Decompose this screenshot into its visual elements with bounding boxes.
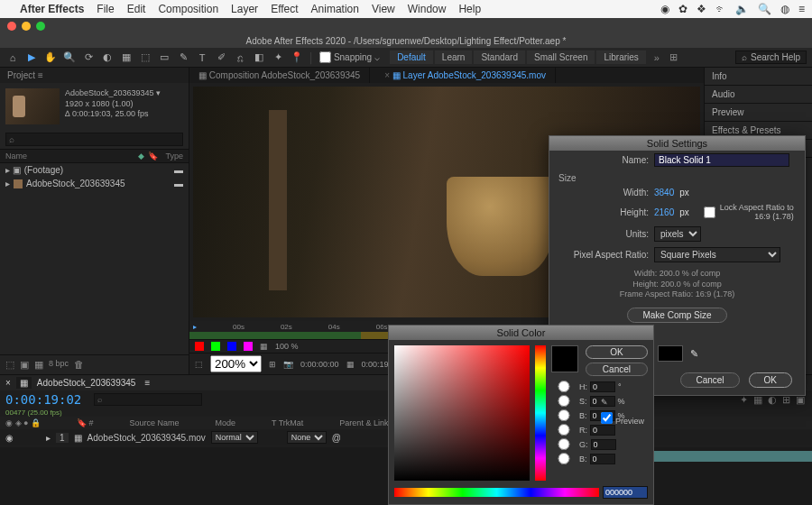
panel-info[interactable]: Info <box>705 68 812 86</box>
ok-button[interactable]: OK <box>749 372 792 388</box>
tag-icon[interactable]: 🔖 <box>148 152 158 161</box>
notification-icon[interactable]: ≡ <box>798 3 805 15</box>
zoom-tool-icon[interactable]: 🔍 <box>62 50 77 65</box>
visibility-icon[interactable]: ◉ <box>5 433 14 443</box>
current-timecode[interactable]: 0:00:19:02 <box>0 390 87 409</box>
trkmat-select[interactable]: None <box>287 431 327 444</box>
bpc-toggle[interactable]: 8 bpc <box>49 359 69 371</box>
menu-animation[interactable]: Animation <box>311 3 359 15</box>
orbit-tool-icon[interactable]: ⟳ <box>81 50 96 65</box>
siri-icon[interactable]: ◍ <box>780 3 789 15</box>
units-select[interactable]: pixels <box>654 226 701 242</box>
picker-ok-button[interactable]: OK <box>586 345 648 359</box>
width-value[interactable]: 3840 <box>654 188 674 197</box>
menu-help[interactable]: Help <box>458 3 481 15</box>
menu-edit[interactable]: Edit <box>127 3 146 15</box>
hex-input[interactable] <box>603 486 648 499</box>
rotate-tool-icon[interactable]: ◐ <box>100 50 115 65</box>
workspace-learn[interactable]: Learn <box>435 50 473 64</box>
sync-icon[interactable]: ✿ <box>678 3 687 15</box>
search-help[interactable]: ⌕ Search Help <box>735 50 807 64</box>
clone-tool-icon[interactable]: ⎌ <box>233 50 247 65</box>
bl-radio[interactable] <box>551 453 577 464</box>
puppet-tool-icon[interactable]: 📍 <box>290 50 304 65</box>
wifi-icon[interactable]: ᯤ <box>715 3 726 15</box>
panel-menu-icon[interactable]: ⊞ <box>669 51 678 63</box>
menu-window[interactable]: Window <box>408 3 447 15</box>
s-radio[interactable] <box>551 395 577 407</box>
lock-aspect-checkbox[interactable]: Lock Aspect Ratio to 16:9 (1.78) <box>704 203 794 221</box>
shape-tool-icon[interactable]: ▭ <box>157 50 171 65</box>
spectrum-bar[interactable] <box>394 488 599 497</box>
menu-file[interactable]: File <box>97 3 114 15</box>
b-radio[interactable] <box>551 409 577 421</box>
hue-slider[interactable] <box>535 345 546 481</box>
color-swatch[interactable] <box>658 345 683 362</box>
close-tab-icon[interactable]: × <box>5 378 11 388</box>
viewer-tab-comp[interactable]: ▦ Composition AdobeStock_203639345 <box>189 68 370 83</box>
cc-icon[interactable]: ◉ <box>660 3 669 15</box>
hand-tool-icon[interactable]: ✋ <box>43 50 58 65</box>
close-window-icon[interactable] <box>7 22 16 31</box>
res-icon[interactable]: ⊞ <box>269 360 276 369</box>
panel-audio[interactable]: Audio <box>705 86 812 104</box>
layer-name[interactable]: AdobeStock_203639345.mov <box>88 433 206 443</box>
red-swatch-icon[interactable] <box>195 342 204 351</box>
snapping-toggle[interactable]: Snapping ⌵ <box>319 51 380 63</box>
project-search-input[interactable] <box>5 133 183 146</box>
volume-icon[interactable]: 🔈 <box>735 3 749 15</box>
project-tab[interactable]: Project ≡ <box>0 68 189 83</box>
h-radio[interactable] <box>551 381 577 392</box>
zoom-select[interactable]: 200% <box>210 355 262 372</box>
workspace-small[interactable]: Small Screen <box>527 50 595 64</box>
magenta-swatch-icon[interactable] <box>244 342 253 351</box>
brush-tool-icon[interactable]: ✐ <box>214 50 228 65</box>
zoom-window-icon[interactable] <box>36 22 45 31</box>
alpha-icon[interactable]: ▦ <box>260 342 268 351</box>
g-radio[interactable] <box>551 438 577 450</box>
saturation-value-field[interactable] <box>394 345 530 481</box>
picker-eyedropper-icon[interactable]: ✎ <box>601 398 644 407</box>
eraser-tool-icon[interactable]: ◧ <box>252 50 266 65</box>
workspace-overflow-icon[interactable]: » <box>654 52 660 63</box>
app-name[interactable]: After Effects <box>20 3 84 15</box>
timeline-comp-name[interactable]: AdobeStock_203639345 <box>37 378 136 388</box>
timeline-search-input[interactable] <box>94 393 202 406</box>
picker-cancel-button[interactable]: Cancel <box>586 363 648 376</box>
par-select[interactable]: Square Pixels <box>654 247 780 262</box>
snapshot-icon[interactable]: 📷 <box>283 360 293 369</box>
pen-tool-icon[interactable]: ✎ <box>176 50 190 65</box>
asset-thumbnail[interactable] <box>5 88 60 124</box>
menu-composition[interactable]: Composition <box>158 3 218 15</box>
new-comp-icon[interactable]: ▦ <box>34 359 43 371</box>
new-folder-icon[interactable]: ▣ <box>20 359 29 371</box>
workspace-standard[interactable]: Standard <box>474 50 525 64</box>
menu-layer[interactable]: Layer <box>231 3 258 15</box>
project-row-footage[interactable]: ▸ ▣(Footage)▬ <box>0 163 189 177</box>
make-comp-size-button[interactable]: Make Comp Size <box>627 308 726 323</box>
solid-name-input[interactable] <box>654 153 789 167</box>
trash-icon[interactable]: 🗑 <box>74 359 84 371</box>
blend-mode-select[interactable]: Normal <box>211 431 258 444</box>
selection-tool-icon[interactable]: ▶ <box>24 50 39 65</box>
blue-swatch-icon[interactable] <box>227 342 236 351</box>
roto-tool-icon[interactable]: ✦ <box>271 50 285 65</box>
preview-checkbox[interactable]: Preview <box>601 417 644 426</box>
viewer-tab-layer[interactable]: × ▦ Layer AdobeStock_203639345.mov <box>370 68 556 83</box>
dropbox-icon[interactable]: ❖ <box>697 3 706 15</box>
eyedropper-icon[interactable]: ✎ <box>690 348 698 360</box>
workspace-libraries[interactable]: Libraries <box>596 50 645 64</box>
magnify-icon[interactable]: ⬚ <box>195 360 203 369</box>
workspace-default[interactable]: Default <box>390 50 433 64</box>
height-value[interactable]: 2160 <box>654 207 674 217</box>
pan-behind-tool-icon[interactable]: ⬚ <box>138 50 152 65</box>
interpret-icon[interactable]: ⬚ <box>5 359 14 371</box>
project-row-comp[interactable]: ▸AdobeStock_203639345▬ <box>0 177 189 190</box>
r-radio[interactable] <box>551 424 577 436</box>
panel-preview[interactable]: Preview <box>705 104 812 122</box>
home-icon[interactable]: ⌂ <box>5 50 20 65</box>
spotlight-icon[interactable]: 🔍 <box>758 3 771 15</box>
camera-tool-icon[interactable]: ▦ <box>119 50 134 65</box>
menu-view[interactable]: View <box>372 3 395 15</box>
text-tool-icon[interactable]: T <box>195 50 209 65</box>
